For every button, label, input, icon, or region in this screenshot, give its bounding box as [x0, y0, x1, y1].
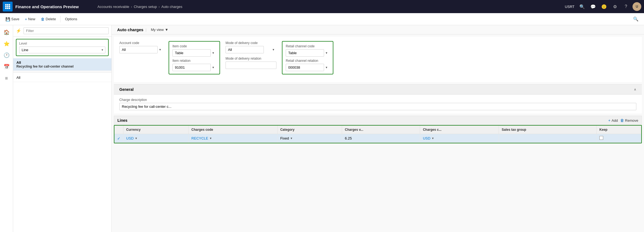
category-dropdown-wrapper: Fixed ▼: [280, 136, 339, 140]
level-select-wrapper: Order Line ▼: [19, 47, 105, 53]
charges-code-dropdown-arrow[interactable]: ▼: [209, 137, 212, 140]
lines-title: Lines: [117, 118, 128, 123]
svg-rect-2: [9, 4, 10, 5]
list-items: All Recycling fee for call-center channe…: [13, 58, 111, 232]
mode-delivery-code-field: Mode of delivery code All Table ▼ Mode o…: [226, 41, 276, 74]
retail-channel-code-field: Retail channel code All Table Group ▼: [286, 44, 330, 57]
home-icon-btn[interactable]: 🏠: [2, 27, 11, 37]
row-check-cell: ✓: [114, 134, 123, 143]
retail-channel-code-label: Retail channel code: [286, 44, 330, 48]
toolbar-search-button[interactable]: 🔍: [631, 15, 641, 23]
col-charges-value: Charges v...: [342, 126, 420, 134]
app-title: Finance and Operations Preview: [15, 4, 97, 9]
recent-icon-btn[interactable]: 🕐: [2, 50, 11, 60]
options-label: Options: [65, 17, 77, 21]
item-code-group: Item code All Table Group ▼: [169, 41, 220, 74]
detail-title: Auto charges: [117, 27, 143, 32]
keep-checkbox[interactable]: [599, 136, 603, 140]
level-select[interactable]: Order Line: [19, 47, 105, 53]
mode-delivery-code-select[interactable]: All Table: [226, 46, 264, 53]
charge-description-label: Charge description: [119, 98, 636, 102]
search-nav-button[interactable]: 🔍: [578, 2, 587, 11]
filter-icon-button[interactable]: ⚡: [16, 28, 21, 33]
col-charges-currency: Charges c...: [420, 126, 499, 134]
charges-code-link[interactable]: RECYCLE: [191, 136, 208, 140]
lines-remove-button[interactable]: 🗑 Remove: [620, 118, 638, 123]
breadcrumb-auto-charges[interactable]: Auto charges: [161, 5, 183, 9]
account-code-arrow: ▼: [159, 48, 161, 51]
charges-currency-link[interactable]: USD: [423, 136, 430, 140]
user-avatar[interactable]: U: [633, 2, 641, 11]
breadcrumb-charges-setup[interactable]: Charges setup: [134, 5, 157, 9]
item-relation-label: Item relation: [172, 59, 216, 63]
list-item-all-sub: Recycling fee for call-center channel: [16, 65, 108, 68]
general-section-body: Charge description: [114, 95, 642, 114]
row-keep-cell: [597, 134, 641, 143]
mode-delivery-relation-input[interactable]: [226, 62, 276, 69]
list-item-all[interactable]: All Recycling fee for call-center channe…: [13, 58, 111, 71]
col-currency: Currency: [123, 126, 189, 134]
currency-link[interactable]: USD: [126, 136, 134, 140]
nav-right: USRT 🔍 💬 🙂 ⚙ ? U: [565, 2, 641, 11]
new-button[interactable]: + New: [23, 16, 37, 22]
item-code-select[interactable]: All Table Group: [172, 49, 211, 57]
item-relation-select[interactable]: 91001: [172, 64, 211, 71]
options-button[interactable]: Options: [63, 16, 79, 22]
general-section-header[interactable]: General ∧: [114, 84, 642, 95]
retail-channel-code-select[interactable]: All Table Group: [286, 49, 324, 57]
item-code-inner-row: Item code All Table Group ▼: [172, 44, 216, 57]
settings-nav-button[interactable]: ⚙: [611, 2, 619, 11]
list-item-all2[interactable]: All: [13, 73, 111, 82]
retail-channel-code-select-wrapper: All Table Group ▼: [286, 49, 330, 57]
svg-rect-0: [5, 4, 7, 5]
account-code-select-wrapper: All Table Group ▼: [119, 46, 163, 53]
account-code-select[interactable]: All Table Group: [119, 46, 158, 53]
list-panel: ⚡ Level Order Line ▼ All Recycling fee f…: [13, 25, 112, 232]
level-box: Level Order Line ▼: [16, 39, 109, 56]
lines-table: Currency Charges code Category Charges v…: [114, 126, 641, 143]
lines-actions: + Add 🗑 Remove: [608, 118, 638, 123]
breadcrumb-accounts-receivable[interactable]: Accounts receivable: [97, 5, 129, 9]
calendar-icon-btn[interactable]: 📅: [2, 62, 11, 72]
charges-value: 6.25: [345, 136, 352, 140]
col-category: Category: [277, 126, 342, 134]
row-charges-value-cell: 6.25: [342, 134, 420, 143]
retail-channel-relation-select[interactable]: 000038: [286, 64, 324, 71]
detail-view-arrow: ▼: [165, 28, 168, 32]
filter-bar: ⚡: [13, 25, 111, 37]
col-sales-tax-group: Sales tax group: [499, 126, 597, 134]
category-dropdown-arrow[interactable]: ▼: [290, 137, 293, 140]
item-code-field: Item code All Table Group ▼: [172, 44, 216, 57]
row-category-cell: Fixed ▼: [277, 134, 342, 143]
save-button[interactable]: 💾 Save: [3, 16, 22, 22]
currency-dropdown-wrapper: USD ▼: [126, 136, 186, 140]
table-header-row: Currency Charges code Category Charges v…: [114, 126, 641, 134]
username: USRT: [565, 5, 574, 9]
chat-nav-button[interactable]: 💬: [589, 2, 597, 11]
table-row: ✓ USD ▼ RECYCLE ▼: [114, 134, 641, 143]
retail-channel-relation-field: Retail channel relation 000038 ▼: [286, 59, 330, 71]
add-label: Add: [611, 118, 618, 123]
remove-icon: 🗑: [620, 118, 624, 123]
charges-code-dropdown-wrapper: RECYCLE ▼: [191, 136, 275, 140]
currency-dropdown-arrow[interactable]: ▼: [135, 137, 137, 140]
lines-add-button[interactable]: + Add: [608, 118, 618, 123]
svg-rect-8: [9, 8, 10, 9]
list-icon-btn[interactable]: ≡: [2, 73, 11, 83]
filter-input[interactable]: [24, 27, 109, 34]
smiley-nav-button[interactable]: 🙂: [600, 2, 608, 11]
charges-currency-dropdown-arrow[interactable]: ▼: [432, 137, 434, 140]
row-currency-cell: USD ▼: [123, 134, 189, 143]
waffle-icon[interactable]: [3, 2, 13, 11]
item-relation-arrow: ▼: [212, 66, 215, 69]
item-relation-select-wrapper: 91001 ▼: [172, 64, 216, 71]
detail-header: Auto charges | My view ▼: [112, 25, 644, 34]
favorites-icon-btn[interactable]: ⭐: [2, 39, 11, 49]
help-nav-button[interactable]: ?: [622, 2, 630, 11]
account-code-field: Account code All Table Group ▼: [119, 41, 163, 74]
charge-description-input[interactable]: [119, 103, 636, 110]
svg-rect-5: [9, 6, 10, 7]
detail-view-button[interactable]: My view ▼: [151, 28, 168, 32]
delete-button[interactable]: 🗑 Delete: [39, 16, 58, 22]
main-layout: 🏠 ⭐ 🕐 📅 ≡ ⚡ Level Order Line ▼ All: [0, 25, 644, 232]
